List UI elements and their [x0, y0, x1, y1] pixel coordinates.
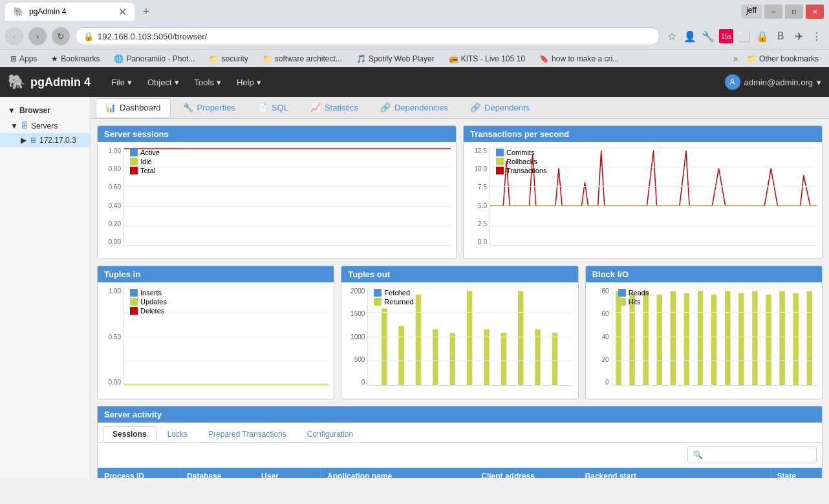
sidebar-browser-header[interactable]: ▼ Browser	[0, 102, 90, 119]
bookmark-security[interactable]: 📁 security	[204, 53, 253, 65]
legend-hits: Hits	[618, 298, 649, 306]
transactions-header: Transactions per second	[464, 126, 822, 142]
svg-rect-9	[501, 333, 506, 385]
pgadmin-menu: File ▾ Object ▾ Tools ▾ Help ▾	[103, 67, 269, 97]
extension-icon4[interactable]: 🔒	[755, 29, 770, 43]
chrome-tab[interactable]: 🐘 pgAdmin 4 ✕	[5, 3, 135, 21]
menu-object[interactable]: Object ▾	[140, 67, 187, 97]
bookmark-panoramiio[interactable]: 🌐 Panoramiio - Phot...	[109, 53, 200, 65]
svg-rect-8	[484, 330, 490, 385]
legend-fetched: Fetched	[374, 289, 413, 297]
bookmark-how-to[interactable]: 🔖 how to make a cri...	[534, 53, 624, 65]
col-database: Database	[180, 468, 255, 478]
menu-help[interactable]: Help ▾	[229, 67, 269, 97]
dependencies-tab-label: Dependencies	[394, 103, 448, 112]
dashboard-row-1: Server sessions 1.00 0.80 0.60 0.40 0.20…	[97, 125, 823, 259]
new-tab-button[interactable]: +	[137, 3, 155, 21]
pgadmin-user-email: admin@admin.org	[744, 78, 813, 87]
svg-rect-6	[450, 333, 455, 385]
legend-active: Active	[130, 149, 160, 156]
more-bookmarks-button[interactable]: »	[733, 54, 738, 63]
menu-file[interactable]: File ▾	[103, 67, 140, 97]
server-node-label: 172.17.0.3	[39, 136, 76, 145]
extension-icon6[interactable]: ✈	[791, 29, 806, 43]
bookmark-software-architect[interactable]: 📁 software architect...	[257, 53, 347, 65]
bookmark-kits[interactable]: 📻 KITS - Live 105 10	[444, 53, 530, 65]
reload-button[interactable]: ↻	[52, 27, 70, 45]
extension-icon3[interactable]: ⬜	[737, 29, 751, 43]
search-input[interactable]	[707, 450, 811, 459]
address-bar[interactable]: 🔒 192.168.0.103:5050/browser/	[75, 27, 660, 45]
bookmark-panoramiio-label: Panoramiio - Phot...	[126, 54, 195, 63]
bookmark-bookmarks[interactable]: ★ Bookmarks	[46, 53, 105, 65]
grid-line	[490, 226, 817, 226]
bookmark-apps[interactable]: ⊞ Apps	[5, 53, 42, 65]
more-options-icon[interactable]: ⋮	[810, 29, 824, 43]
svg-rect-26	[793, 293, 798, 385]
sessions-table: Process ID Database User Application nam…	[98, 468, 822, 478]
block-io-panel: Block I/O 80 60 40 20 0	[585, 266, 823, 399]
legend-commits: Commits	[496, 149, 547, 156]
extension-icon2[interactable]: 15s	[719, 29, 733, 43]
tab-dependencies[interactable]: 🔗 Dependencies	[371, 98, 458, 117]
tuples-out-title: Tuples out	[348, 269, 390, 279]
tuples-in-title: Tuples in	[104, 269, 140, 279]
col-user: User	[255, 468, 321, 478]
profile-icon[interactable]: 👤	[683, 29, 697, 43]
legend-fetched-label: Fetched	[384, 289, 410, 297]
servers-expand-icon: ▼	[10, 121, 18, 131]
svg-rect-4	[416, 295, 421, 385]
tab-properties[interactable]: 🔧 Properties	[173, 98, 245, 117]
main-layout: ▼ Browser ▼ 🗄 Servers ▶ 🖥 172.17.0.3 📊 D…	[0, 97, 829, 478]
menu-object-label: Object	[147, 78, 172, 87]
bookmark-spotify[interactable]: 🎵 Spotify Web Player	[351, 53, 440, 65]
activity-tab-locks[interactable]: Locks	[158, 426, 197, 442]
extension-icon1[interactable]: 🔧	[701, 29, 715, 43]
servers-db-icon: 🗄	[21, 121, 28, 131]
svg-rect-24	[766, 295, 771, 385]
tab-bar: 📊 Dashboard 🔧 Properties 📄 SQL 📈 Statist…	[91, 97, 829, 119]
extension-icon5[interactable]: B	[773, 29, 788, 43]
sidebar-item-server-node[interactable]: ▶ 🖥 172.17.0.3	[0, 133, 90, 147]
bookmark-star-icon[interactable]: ☆	[665, 29, 679, 43]
maximize-button[interactable]: □	[785, 5, 803, 19]
menu-tools[interactable]: Tools ▾	[187, 67, 229, 97]
dependents-tab-label: Dependents	[484, 103, 530, 112]
block-io-chart: 80 60 40 20 0	[586, 282, 822, 399]
legend-reads-label: Reads	[629, 289, 649, 297]
transactions-color	[496, 167, 504, 174]
activity-tab-configuration[interactable]: Configuration	[297, 426, 363, 442]
idle-color	[130, 158, 138, 165]
menu-file-label: File	[111, 78, 125, 87]
bookmarks-bar: ⊞ Apps ★ Bookmarks 🌐 Panoramiio - Phot..…	[0, 49, 829, 67]
close-button[interactable]: ✕	[806, 5, 824, 19]
activity-tab-prepared-transactions[interactable]: Prepared Transactions	[199, 426, 296, 442]
server-sessions-title: Server sessions	[104, 129, 169, 139]
forward-button[interactable]: ›	[28, 27, 47, 45]
tuples-out-legend: Fetched Returned	[374, 289, 413, 307]
tab-dependents[interactable]: 🔗 Dependents	[460, 98, 539, 117]
legend-commits-label: Commits	[506, 149, 534, 156]
dashboard-tab-icon: 📊	[105, 103, 116, 112]
tab-sql[interactable]: 📄 SQL	[248, 98, 298, 117]
tab-statistics[interactable]: 📈 Statistics	[301, 98, 368, 117]
tab-dashboard[interactable]: 📊 Dashboard	[96, 98, 171, 117]
legend-rollbacks: Rollbacks	[496, 158, 547, 165]
legend-updates: Updates	[130, 298, 167, 306]
svg-rect-21	[725, 291, 730, 385]
content-area: 📊 Dashboard 🔧 Properties 📄 SQL 📈 Statist…	[91, 97, 829, 478]
grid-line	[124, 147, 451, 148]
back-button[interactable]: ‹	[5, 27, 23, 45]
search-box[interactable]: 🔍	[687, 446, 817, 463]
svg-rect-19	[697, 291, 702, 385]
other-bookmarks[interactable]: 📁 Other bookmarks	[742, 53, 824, 65]
window-controls: jeff ─ □ ✕	[741, 5, 824, 19]
chrome-tab-close-button[interactable]: ✕	[118, 6, 127, 18]
grid-line	[490, 206, 817, 207]
activity-tab-sessions[interactable]: Sessions	[103, 426, 156, 442]
minimize-button[interactable]: ─	[764, 5, 782, 19]
bookmark-kits-label: KITS - Live 105 10	[461, 54, 525, 63]
sidebar-item-servers[interactable]: ▼ 🗄 Servers	[0, 119, 90, 133]
other-bookmarks-label: Other bookmarks	[759, 54, 819, 63]
legend-transactions-label: Transactions	[506, 167, 547, 174]
